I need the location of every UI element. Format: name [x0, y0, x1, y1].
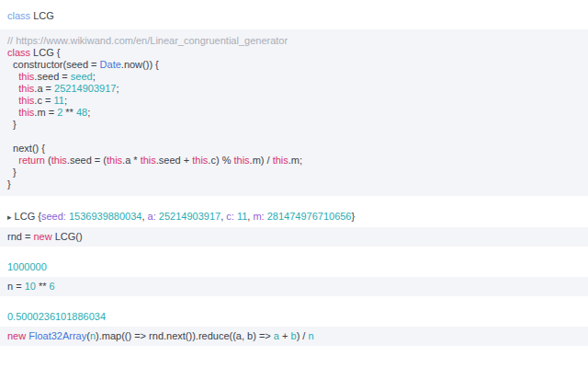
code-token: .m) / — [250, 155, 273, 166]
code-token: 48 — [76, 107, 87, 118]
console-input-row: n = 10 ** 6 — [0, 277, 588, 296]
code-token: a: — [148, 211, 156, 222]
code-token: ).map(() => rnd.next()).reduce((a, b) => — [96, 330, 274, 341]
code-line: } — [7, 178, 581, 190]
code-line: // https://www.wikiwand.com/en/Linear_co… — [7, 35, 581, 47]
code-line: rnd = new LCG() — [7, 231, 581, 243]
code-token: next() { — [7, 143, 45, 154]
code-token: this — [18, 107, 34, 118]
code-line: new Float32Array(n).map(() => rnd.next()… — [7, 330, 581, 342]
code-line: return (this.seed = (this.a * this.seed … — [7, 155, 581, 167]
code-token: ; — [93, 71, 96, 82]
code-token: .a = — [34, 83, 54, 94]
code-token: 1000000 — [7, 261, 47, 272]
code-token: this — [18, 71, 34, 82]
code-token: 10 — [25, 281, 36, 292]
code-token: } — [7, 178, 11, 190]
code-token: ( — [45, 155, 51, 166]
code-token: this — [192, 155, 208, 166]
code-token: 6 — [50, 281, 55, 292]
code-token: this — [273, 155, 288, 166]
code-token: 281474976710656 — [267, 211, 352, 222]
code-token: .a * — [122, 155, 141, 166]
code-token: c: — [226, 211, 234, 222]
code-token: class — [7, 47, 30, 58]
code-line: n = 10 ** 6 — [7, 281, 581, 293]
code-token: // https://www.wikiwand.com/en/Linear_co… — [7, 35, 288, 46]
code-token: .m; — [288, 155, 302, 166]
code-token: LCG { — [12, 211, 41, 222]
code-token — [7, 83, 18, 94]
code-line: this.seed = seed; — [7, 71, 581, 83]
code-token: this — [233, 155, 249, 166]
console-entry-class-definition: class LCG// https://www.wikiwand.com/en/… — [0, 6, 588, 196]
code-token: .m = — [34, 107, 57, 118]
code-token: LCG() — [52, 231, 83, 242]
code-token: constructor(seed = — [7, 59, 100, 70]
console-entry-instantiate-rng: ▸ LCG {seed: 1536939880034, a: 252149039… — [0, 207, 588, 247]
code-token: LCG { — [30, 47, 60, 58]
code-token: new — [33, 231, 51, 242]
code-token: .seed = — [34, 71, 70, 82]
code-token: } — [7, 167, 17, 178]
code-line: this.m = 2 ** 48; — [7, 107, 581, 119]
console-output-row: 1000000 — [0, 258, 588, 277]
code-token: class — [7, 10, 33, 21]
console-input-row: rnd = new LCG() — [0, 227, 588, 247]
code-token: .seed = ( — [67, 155, 107, 166]
code-token — [7, 131, 10, 142]
code-token: .seed + — [156, 155, 192, 166]
code-line: this.a = 25214903917; — [7, 83, 581, 95]
code-token: 25214903917 — [159, 211, 220, 222]
code-token: 1536939880034 — [69, 211, 142, 222]
code-token: n — [308, 330, 313, 341]
code-token: .c = — [34, 95, 53, 106]
code-token: 11 — [237, 211, 247, 222]
code-token: ; — [116, 83, 119, 94]
code-token — [7, 71, 18, 82]
console-output-row: ▸ LCG {seed: 1536939880034, a: 252149039… — [0, 207, 588, 227]
code-line: } — [7, 119, 581, 131]
code-token: } — [351, 211, 355, 222]
code-token: return — [18, 155, 45, 166]
console-output-row: class LCG — [0, 6, 588, 26]
code-token: Date — [100, 59, 121, 70]
console-input-row: // https://www.wikiwand.com/en/Linear_co… — [0, 29, 588, 196]
code-token — [7, 107, 18, 118]
code-token: this — [18, 83, 34, 94]
code-token: m: — [253, 211, 264, 222]
code-line: class LCG { — [7, 47, 581, 59]
code-token — [7, 95, 18, 106]
code-token: ; — [87, 107, 90, 118]
console-output-row: 0.5000236101886034 — [0, 307, 588, 327]
code-token: 0.5000236101886034 — [7, 311, 106, 322]
code-token: 11 — [53, 95, 63, 106]
code-token: + — [279, 330, 291, 341]
code-token: this — [107, 155, 122, 166]
code-token: this — [51, 155, 67, 166]
console-entry-set-n: 1000000n = 10 ** 6 — [0, 258, 588, 296]
code-line — [7, 131, 581, 143]
code-token: ; — [64, 95, 67, 106]
code-token: this — [141, 155, 156, 166]
code-token: this — [18, 95, 34, 106]
code-token: .now()) { — [121, 59, 159, 70]
code-token: n = — [7, 281, 25, 292]
code-token: new — [7, 330, 26, 341]
console-log: class LCG// https://www.wikiwand.com/en/… — [0, 0, 588, 346]
code-token: .c) % — [208, 155, 233, 166]
code-token — [7, 155, 18, 166]
code-token: seed — [71, 71, 93, 82]
code-token: } — [7, 119, 17, 130]
code-token: ** — [62, 107, 76, 118]
code-token: 25214903917 — [54, 83, 116, 94]
code-token: seed: — [41, 211, 66, 222]
console-input-row: new Float32Array(n).map(() => rnd.next()… — [0, 327, 588, 346]
code-line: } — [7, 167, 581, 178]
code-token: LCG — [33, 10, 54, 21]
code-token: ) / — [297, 330, 309, 341]
code-token: rnd = — [7, 231, 33, 242]
code-line: this.c = 11; — [7, 95, 581, 107]
code-line: next() { — [7, 143, 581, 155]
code-token: Float32Array — [28, 330, 86, 341]
